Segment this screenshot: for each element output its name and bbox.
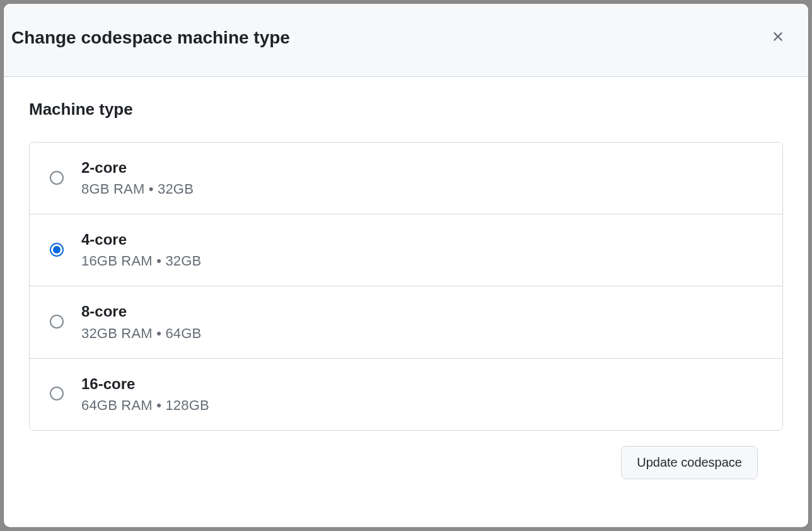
option-text: 8-core 32GB RAM • 64GB (81, 301, 201, 341)
close-icon (770, 29, 786, 46)
option-spec: 8GB RAM • 32GB (81, 181, 194, 197)
option-title: 2-core (81, 158, 194, 177)
option-title: 8-core (81, 301, 201, 321)
update-codespace-button[interactable]: Update codespace (621, 446, 758, 479)
radio-indicator (50, 171, 64, 185)
dialog-footer: Update codespace (29, 446, 783, 502)
radio-indicator (50, 315, 64, 329)
option-text: 2-core 8GB RAM • 32GB (81, 158, 194, 197)
option-text: 4-core 16GB RAM • 32GB (81, 230, 201, 269)
radio-indicator (50, 387, 64, 400)
machine-option-16-core[interactable]: 16-core 64GB RAM • 128GB (30, 359, 782, 430)
radio-indicator (50, 243, 64, 257)
machine-option-2-core[interactable]: 2-core 8GB RAM • 32GB (30, 143, 782, 214)
option-text: 16-core 64GB RAM • 128GB (81, 374, 209, 414)
dialog-body: Machine type 2-core 8GB RAM • 32GB 4-cor… (4, 77, 808, 527)
change-machine-type-dialog: Change codespace machine type Machine ty… (4, 4, 808, 527)
machine-type-radio-group: 2-core 8GB RAM • 32GB 4-core 16GB RAM • … (29, 142, 783, 431)
machine-type-heading: Machine type (29, 100, 783, 119)
option-title: 4-core (81, 230, 201, 249)
machine-option-4-core[interactable]: 4-core 16GB RAM • 32GB (30, 214, 782, 286)
option-spec: 16GB RAM • 32GB (81, 253, 201, 269)
machine-option-8-core[interactable]: 8-core 32GB RAM • 64GB (30, 286, 782, 358)
close-button[interactable] (765, 24, 791, 51)
dialog-header: Change codespace machine type (4, 4, 808, 77)
option-spec: 32GB RAM • 64GB (81, 325, 201, 342)
dialog-backdrop: Change codespace machine type Machine ty… (0, 0, 812, 531)
option-spec: 64GB RAM • 128GB (81, 397, 209, 414)
dialog-title: Change codespace machine type (11, 28, 290, 48)
option-title: 16-core (81, 374, 209, 394)
